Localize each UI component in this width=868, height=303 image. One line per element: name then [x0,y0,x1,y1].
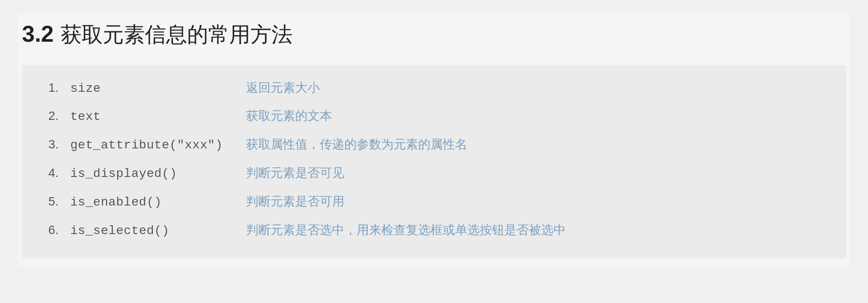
method-row: 2.text获取元素的文本 [48,106,824,127]
section-title: 3.2 获取元素信息的常用方法 [22,22,846,47]
method-row: 3.get_attribute("xxx")获取属性值，传递的参数为元素的属性名 [48,135,824,155]
method-name: is_selected() [70,221,246,241]
method-row: 1.size返回元素大小 [48,78,824,99]
method-number: 1. [48,78,70,98]
method-number: 5. [48,192,70,212]
method-description: 判断元素是否可见 [246,163,824,183]
methods-list: 1.size返回元素大小2.text获取元素的文本3.get_attribute… [22,65,846,259]
section-heading: 获取元素信息的常用方法 [61,22,293,47]
method-description: 判断元素是否选中，用来检查复选框或单选按钮是否被选中 [246,220,824,240]
method-name: is_displayed() [70,164,246,184]
method-name: is_enabled() [70,193,246,213]
method-number: 4. [48,163,70,183]
method-name: text [70,107,246,127]
method-name: size [70,79,246,99]
method-number: 6. [48,220,70,240]
method-name: get_attribute("xxx") [70,136,246,155]
page-container: 3.2 获取元素信息的常用方法 1.size返回元素大小2.text获取元素的文… [18,13,850,267]
section-number: 3.2 [22,22,54,45]
method-description: 获取元素的文本 [246,106,824,126]
method-description: 获取属性值，传递的参数为元素的属性名 [246,135,824,155]
method-number: 2. [48,106,70,126]
method-row: 4.is_displayed()判断元素是否可见 [48,163,824,184]
method-number: 3. [48,135,70,155]
method-description: 返回元素大小 [246,78,824,98]
method-description: 判断元素是否可用 [246,192,824,212]
method-row: 6.is_selected()判断元素是否选中，用来检查复选框或单选按钮是否被选… [48,220,824,241]
method-row: 5.is_enabled()判断元素是否可用 [48,192,824,213]
